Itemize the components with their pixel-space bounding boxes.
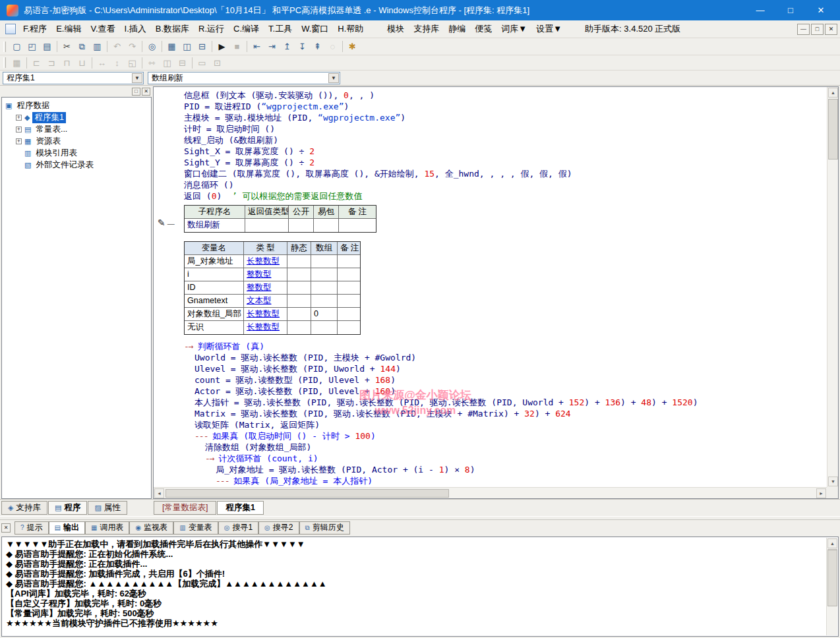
table-cell[interactable]: ID <box>185 281 244 295</box>
menu-item[interactable]: T.工具 <box>264 21 297 37</box>
panel-tab-properties[interactable]: ▨属性 <box>88 501 127 515</box>
insert-table-icon[interactable]: ▦ <box>164 40 179 53</box>
table-cell[interactable]: 整数型 <box>244 281 287 295</box>
chevron-down-icon[interactable]: ▼ <box>132 73 142 83</box>
scroll-up-icon[interactable]: ▲ <box>827 538 837 548</box>
step-over-icon[interactable]: ⇞ <box>310 40 325 53</box>
code-line[interactable]: Sight_X = 取屏幕宽度 () ÷ 2 <box>184 146 827 157</box>
output-vertical-scrollbar[interactable]: ▲ ▼ <box>826 538 837 635</box>
jump-end-icon[interactable]: ⇥ <box>264 40 280 53</box>
table-cell[interactable]: Gnametext <box>185 295 244 308</box>
plugin-menu-item[interactable]: 设置▼ <box>531 21 566 37</box>
table-cell[interactable] <box>339 219 376 232</box>
table-cell[interactable] <box>338 321 360 334</box>
tree-root[interactable]: ▣程序数据 <box>2 100 151 111</box>
scroll-right-icon[interactable]: ► <box>816 488 826 498</box>
output-tab-clip-history[interactable]: ⧉剪辑历史 <box>299 521 350 535</box>
table-cell[interactable] <box>314 219 339 232</box>
type-link[interactable]: 整数型 <box>247 283 272 292</box>
table-cell[interactable] <box>311 321 338 334</box>
panel-tab-support-lib[interactable]: ◈支持库 <box>1 501 47 515</box>
doc-tab-assembly1[interactable]: 程序集1 <box>217 501 263 515</box>
cut-icon[interactable]: ✂ <box>59 40 75 53</box>
code-line[interactable]: 窗口创建二 (取屏幕宽度 (), 取屏幕高度 (), &开始绘制, 15, 全_… <box>184 168 827 179</box>
panel-close-button[interactable]: ✕ <box>142 88 150 96</box>
find-icon[interactable]: ◎ <box>144 40 160 53</box>
step-into-icon[interactable]: ↥ <box>280 40 295 53</box>
table-cell[interactable] <box>338 308 360 321</box>
expander-icon[interactable]: + <box>16 127 22 132</box>
output-tab-search1[interactable]: ◎搜寻1 <box>218 521 258 535</box>
type-link[interactable]: 长整数型 <box>247 322 280 332</box>
table-row[interactable]: 无识长整数型 <box>185 321 360 334</box>
code-line[interactable]: 主模块 = 驱动.模块地址 (PID, “wgprojectm.exe”) <box>184 112 827 123</box>
table-cell[interactable]: 文本型 <box>244 295 287 308</box>
type-link[interactable]: 文本型 <box>247 296 272 305</box>
output-body[interactable]: ▼▼▼▼▼助手正在加载中，请看到加载插件完毕后在执行其他操作▼▼▼▼▼◆ 易语言… <box>1 536 839 637</box>
menu-item[interactable]: W.窗口 <box>297 21 333 37</box>
table-row[interactable]: 对象数组_局部长整数型0 <box>185 308 360 321</box>
output-tab-search2[interactable]: ◎搜寻2 <box>258 521 299 535</box>
tree-item-module-refs[interactable]: ▥模块引用表 <box>2 147 151 159</box>
column-header[interactable]: 静态 <box>287 242 311 255</box>
menu-item[interactable]: E.编辑 <box>51 21 86 37</box>
table-cell[interactable]: 长整数型 <box>244 255 287 268</box>
step-out-icon[interactable]: ↧ <box>295 40 310 53</box>
assistant-sprite-icon[interactable]: ✱ <box>345 40 360 53</box>
output-close-button[interactable]: ✕ <box>1 523 11 533</box>
table-row[interactable]: 局_对象地址长整数型 <box>185 255 360 268</box>
menu-item[interactable]: C.编译 <box>229 21 264 37</box>
table-row[interactable]: ID整数型 <box>185 281 360 295</box>
code-line[interactable]: 读取矩阵 (Matrix, 返回矩阵) <box>184 419 827 430</box>
table-cell[interactable]: 对象数组_局部 <box>185 308 244 321</box>
table-cell[interactable] <box>287 308 311 321</box>
table-cell[interactable] <box>287 295 311 308</box>
column-header[interactable]: 子程序名 <box>185 206 245 219</box>
table-cell[interactable] <box>311 255 338 268</box>
table-cell[interactable] <box>287 281 311 295</box>
tree-item-external-files[interactable]: ▧外部文件记录表 <box>2 159 151 171</box>
table-cell[interactable] <box>338 281 360 295</box>
table-cell[interactable] <box>311 295 338 308</box>
split-vertical-icon[interactable]: ⊟ <box>195 40 210 53</box>
paste-icon[interactable]: ▥ <box>90 40 105 53</box>
table-row[interactable]: Gnametext文本型 <box>185 295 360 308</box>
mdi-minimize-button[interactable]: — <box>797 24 810 35</box>
code-line[interactable]: Uworld = 驱动.读长整数 (PID, 主模块 + #Gwolrd) <box>184 352 827 363</box>
code-line[interactable]: count = 驱动.读整数型 (PID, Ulevel + 168) <box>184 374 827 386</box>
scroll-left-icon[interactable]: ◄ <box>154 488 164 498</box>
column-header[interactable]: 数组 <box>311 242 338 255</box>
code-line[interactable]: 计时 = 取启动时间 () <box>184 123 827 134</box>
code-line[interactable]: -→ 判断循环首 (真) <box>184 341 827 352</box>
toolbar-grip[interactable] <box>3 42 6 52</box>
close-button[interactable]: ✕ <box>808 1 833 20</box>
code-line[interactable]: 清除数组 (对象数组_局部) <box>184 442 827 453</box>
menu-item[interactable]: V.查看 <box>86 21 119 37</box>
doc-tab-constant-table[interactable]: [常量数据表] <box>154 501 216 515</box>
plugin-menu-item[interactable]: 便笺 <box>470 21 496 37</box>
tree-item-resources[interactable]: +▦资源表 <box>2 135 151 147</box>
tree[interactable]: ▣程序数据+◆程序集1+▤常量表...+▦资源表▥模块引用表▧外部文件记录表 <box>1 97 152 499</box>
table-cell[interactable]: 无识 <box>185 321 244 334</box>
var-table[interactable]: 变量名类 型静态数组备 注局_对象地址长整数型i整数型ID整数型Gnametex… <box>184 241 361 335</box>
table-cell[interactable] <box>245 219 289 232</box>
code-line[interactable]: --- 如果真 (取启动时间 () - 计时 > 100) <box>184 430 827 442</box>
output-tab-output[interactable]: ▤输出 <box>49 521 85 535</box>
tree-item-assembly[interactable]: +◆程序集1 <box>2 111 151 123</box>
table-cell[interactable] <box>311 268 338 281</box>
table-cell[interactable]: 数组刷新 <box>185 219 245 232</box>
assembly-combo[interactable]: 程序集1 ▼ <box>3 72 144 84</box>
menu-item[interactable]: R.运行 <box>194 21 229 37</box>
toolbar-grip-2[interactable] <box>3 57 6 68</box>
column-header[interactable]: 公开 <box>289 206 314 219</box>
table-cell[interactable]: 长整数型 <box>244 308 287 321</box>
table-cell[interactable] <box>289 219 314 232</box>
output-tab-watch-table[interactable]: ◉监视表 <box>129 521 173 535</box>
code-line[interactable]: 返回 (0) ’ 可以根据您的需要返回任意数值 <box>184 190 827 202</box>
code-line[interactable]: 线程_启动 (&数组刷新) <box>184 134 827 146</box>
menu-item[interactable]: I.插入 <box>120 21 151 37</box>
table-row[interactable]: 数组刷新 <box>185 219 376 232</box>
plugin-menu-item[interactable]: 模块 <box>382 21 409 37</box>
code-content[interactable]: 信息框 (到文本 (驱动.安装驱动 ()), 0, , )PID = 取进程ID… <box>154 87 827 487</box>
new-file-icon[interactable]: ▢ <box>9 40 24 53</box>
